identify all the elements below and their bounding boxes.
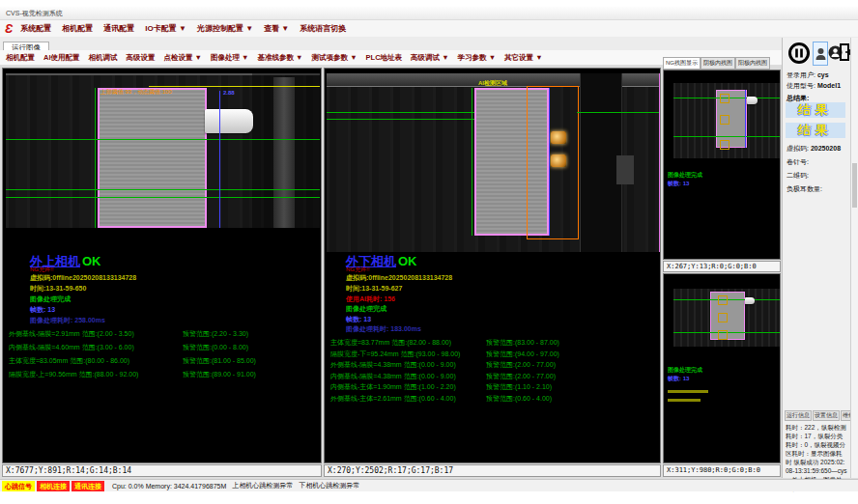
tab-connector [745, 297, 755, 304]
scrollbar[interactable] [850, 38, 858, 478]
done-line: 图像处理完成 [668, 171, 702, 180]
warning-range: 预警范围:(0.00 - 8.00) [183, 343, 248, 352]
ng-view-tab-1[interactable]: 阴极内残图 [701, 57, 735, 70]
result-indicator-2: 结果 [786, 123, 845, 138]
ng-view-tab-0[interactable]: NG残图显示 [663, 57, 701, 70]
measurement-list: 外侧基线-隔膜=2.91mm 范围:(2.00 - 3.50)预警范围:(2.2… [3, 329, 321, 383]
status-bar: 心跳信号 相机连接 通讯连接 Cpu: 0.0% Memory: 3424.41… [0, 479, 858, 491]
ok-status: OK [398, 254, 417, 268]
measurement-row: 隔膜宽度-下=95.24mm 范围:(93.00 - 98.00)预警范围:(9… [325, 350, 660, 361]
toolbar-item-9[interactable]: 高级调试 ▼ [411, 53, 449, 63]
measurement-value: 外侧基线-主体=2.61mm 范围:(0.60 - 4.00) [330, 394, 456, 404]
toolbar-item-1[interactable]: AI使用配置 [43, 53, 80, 63]
measurement-row: 外侧基线-主体=2.61mm 范围:(0.60 - 4.00)预警范围:(0.6… [325, 394, 660, 406]
yellow-text-bar-1 [668, 390, 708, 393]
pause-button[interactable] [787, 42, 811, 65]
heartbeat-badge: 心跳信号 [2, 481, 35, 491]
toolbar-item-3[interactable]: 高级设置 [127, 53, 156, 63]
toolbar-item-5[interactable]: 图像处理 ▼ [211, 53, 249, 63]
coordinate-readout-upper: X:7677;Y:891;R:14;G:14;B:14 [2, 464, 322, 477]
camera-panel-upper: 2.88 上部阈值:93，动态阈值:100 外上相机OK NG允许!! 虚拟码:… [2, 68, 322, 463]
green-measure-line-1 [6, 139, 320, 140]
barcode-line: 虚拟码:0ffline20250208133134728 [346, 273, 452, 283]
scrollbar-thumb[interactable] [852, 163, 857, 208]
camera-image-upper[interactable]: 2.88 上部阈值:93，动态阈值:100 [6, 73, 320, 228]
green-measure-line-3 [577, 112, 660, 113]
toolbar-item-10[interactable]: 学习参数 ▼ [458, 53, 497, 63]
login-row: 登录用户: cys [786, 70, 829, 80]
toolbar-item-8[interactable]: PLC地址表 [366, 53, 403, 63]
green-measure-line-2 [6, 189, 320, 190]
qr-label: 二维码: [786, 171, 809, 181]
menu-item-6[interactable]: 系统语言切换 [300, 23, 346, 34]
green-edge-line [472, 88, 472, 236]
coordinate-readout-view1: X:267;Y:13;R:0;G:0;B:0 [663, 261, 781, 272]
model-label: 使用型号: [786, 82, 815, 89]
tab-connector [205, 109, 253, 133]
info-tabs: 运行信息设置信息维修信息 [785, 410, 858, 421]
elapsed-line: 图像处理耗时: 183.00ms [346, 324, 421, 334]
bright-band [273, 77, 295, 228]
warning-range: 预警范围:(83.00 - 87.00) [486, 338, 559, 348]
menu-item-5[interactable]: 查看 ▼ [264, 23, 289, 34]
ng-view-2[interactable]: 图像处理完成 帧数: 13 [663, 273, 781, 463]
menu-bar: Ɛ 系统配置相机配置通讯配置IO卡配置 ▼光源控制配置 ▼查看 ▼系统语言切换 [0, 20, 858, 37]
app-window: CVS-视觉检测系统 Ɛ 系统配置相机配置通讯配置IO卡配置 ▼光源控制配置 ▼… [0, 0, 858, 504]
info-tab-0[interactable]: 运行信息 [785, 410, 812, 421]
warning-range: 预警范围:(2.00 - 77.00) [486, 360, 556, 370]
toolbar-item-7[interactable]: 测试项参数 ▼ [312, 53, 358, 63]
roi-marker-1 [720, 94, 729, 103]
blue-measure-line [549, 88, 550, 236]
warning-range: 预警范围:(89.00 - 91.00) [183, 370, 256, 379]
ng-view-1[interactable]: 图像处理完成 帧数: 13 [663, 70, 781, 260]
measurement-value: 内侧基线-隔膜=4.60mm 范围:(3.00 - 6.00) [9, 343, 134, 352]
ng-view-tabs: NG残图显示阴极内残图阳极内残图 [663, 57, 781, 70]
user-icon [815, 47, 826, 61]
toolbar-item-11[interactable]: 其它设置 ▼ [504, 53, 543, 63]
camera-image-lower[interactable]: AI检测区域 [327, 73, 660, 252]
roi-marker-2 [720, 115, 729, 125]
measurement-row: 内侧基线-隔膜=4.60mm 范围:(3.00 - 6.00)预警范围:(0.0… [3, 343, 321, 356]
app-logo-icon: Ɛ [5, 21, 13, 36]
menu-item-1[interactable]: 相机配置 [62, 23, 93, 34]
toolbar-item-6[interactable]: 基准线参数 ▼ [258, 53, 303, 63]
measurement-value: 隔膜宽度-下=95.24mm 范围:(93.00 - 98.00) [330, 350, 460, 359]
barcode-line: 虚拟码:0ffline20250208133134728 [30, 273, 136, 283]
menu-items: 系统配置相机配置通讯配置IO卡配置 ▼光源控制配置 ▼查看 ▼系统语言切换 [20, 23, 357, 34]
frames-line: 帧数: 13 [346, 315, 371, 324]
toolbar-item-0[interactable]: 相机配置 [6, 53, 35, 63]
measurement-row: 主体宽度=83.77mm 范围:(82.00 - 88.00)预警范围:(83.… [325, 338, 660, 350]
menu-item-2[interactable]: 通讯配置 [103, 23, 134, 34]
tab-count-label: 负极耳数量: [786, 184, 822, 194]
menu-item-3[interactable]: IO卡配置 ▼ [145, 23, 186, 34]
bright-spot [616, 155, 634, 184]
measurement-list: 主体宽度=83.77mm 范围:(82.00 - 88.00)预警范围:(83.… [325, 338, 660, 406]
user-login-button[interactable] [813, 42, 828, 66]
barcode-row: 虚拟码: 20250208 [786, 144, 841, 154]
toolbar-item-2[interactable]: 相机调试 [89, 53, 118, 63]
measurement-row: 外侧基线-隔膜=4.38mm 范围:(0.00 - 9.00)预警范围:(2.0… [325, 360, 660, 372]
login-value: cys [817, 71, 829, 78]
info-tab-1[interactable]: 设置信息 [813, 410, 840, 421]
roi-marker-3 [718, 330, 728, 340]
menu-item-4[interactable]: 光源控制配置 ▼ [197, 23, 253, 34]
coordinate-readout-view2: X:311;Y:980;R:0;G:0;B:0 [663, 464, 781, 477]
roi-edge-line [659, 73, 660, 252]
measurement-value: 内侧基线-主体=1.90mm 范围:(1.00 - 2.20) [330, 382, 456, 392]
warning-range: 预警范围:(1.10 - 2.10) [486, 382, 552, 392]
blue-line [745, 90, 746, 148]
window-titlebar: CVS-视觉检测系统 [0, 7, 858, 20]
side-panel: 登录用户: cys 使用型号: Model1 总结果: 结果 结果 虚拟码: 2… [782, 38, 850, 478]
warning-range: 预警范围:(0.60 - 4.00) [486, 394, 552, 404]
toolbar-item-4[interactable]: 点检设置 ▼ [164, 53, 203, 63]
measurement-row: 外侧基线-隔膜=2.91mm 范围:(2.00 - 3.50)预警范围:(2.2… [3, 329, 321, 343]
yellow-baseline [149, 86, 320, 87]
measurement-value: 外侧基线-隔膜=2.91mm 范围:(2.00 - 3.50) [9, 329, 134, 339]
green-measure-line-1 [327, 112, 474, 113]
warning-range: 预警范围:(81.00 - 85.00) [183, 356, 256, 366]
barcode-value: 20250208 [811, 145, 841, 152]
warning-range: 预警范围:(2.00 - 77.00) [486, 372, 556, 381]
measurement-value: 主体宽度=83.05mm 范围:(80.00 - 86.00) [9, 356, 129, 366]
ng-view-tab-2[interactable]: 阳极内残图 [735, 57, 770, 70]
menu-item-0[interactable]: 系统配置 [20, 23, 51, 34]
